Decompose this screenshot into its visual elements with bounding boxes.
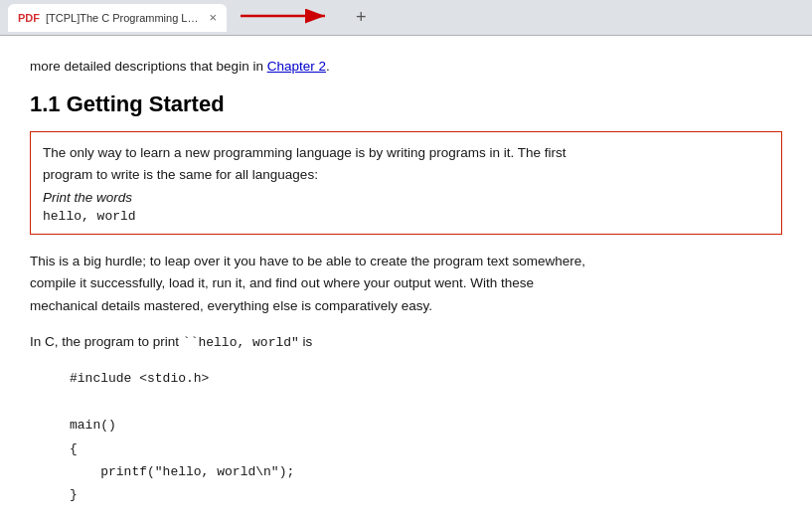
section-heading: 1.1 Getting Started (30, 91, 782, 117)
para1-line1: This is a big hurdle; to leap over it yo… (30, 254, 585, 268)
pdf-icon: PDF (18, 12, 40, 24)
pdf-content: more detailed descriptions that begin in… (0, 36, 812, 528)
box-line2: program to write is the same for all lan… (43, 164, 769, 186)
para2-end: is (299, 334, 313, 349)
new-tab-button[interactable]: + (356, 7, 367, 28)
tab-title: [TCPL]The C Programming Language.pdf (46, 12, 199, 24)
paragraph1: This is a big hurdle; to leap over it yo… (30, 251, 782, 317)
para1-line2: compile it successfully, load it, run it… (30, 275, 534, 290)
code-line-blank1 (70, 391, 782, 414)
box-italic: Print the words (43, 190, 769, 205)
tab-close-button[interactable]: × (209, 10, 217, 25)
chapter2-link[interactable]: Chapter 2 (267, 59, 326, 74)
paragraph2: In C, the program to print ``hello, worl… (30, 331, 782, 353)
code-line-close-brace: } (70, 483, 782, 506)
box-line1: The only way to learn a new programming … (43, 142, 769, 164)
intro-paragraph: more detailed descriptions that begin in… (30, 56, 782, 78)
highlighted-box: The only way to learn a new programming … (30, 131, 782, 236)
arrow-annotation (231, 2, 350, 30)
para1-line3: mechanical details mastered, everything … (30, 298, 432, 313)
code-block: #include <stdio.h> main() { printf("hell… (70, 367, 782, 506)
para2-start: In C, the program to print (30, 334, 183, 349)
browser-tab-bar: PDF [TCPL]The C Programming Language.pdf… (0, 0, 812, 36)
code-line-printf: printf("hello, world\n"); (70, 460, 782, 483)
code-line-include: #include <stdio.h> (70, 367, 782, 390)
para2-code: ``hello, world" (183, 335, 299, 350)
intro-suffix: . (326, 59, 330, 74)
intro-text: more detailed descriptions that begin in (30, 59, 263, 74)
active-tab[interactable]: PDF [TCPL]The C Programming Language.pdf… (8, 4, 227, 32)
box-code: hello, world (43, 209, 769, 224)
code-line-open-brace: { (70, 438, 782, 460)
code-line-main: main() (70, 414, 782, 437)
